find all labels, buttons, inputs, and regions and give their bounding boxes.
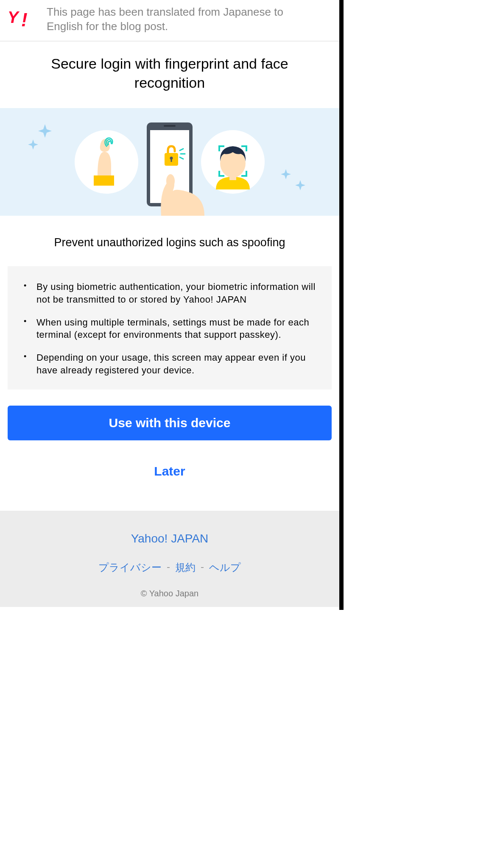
terms-link[interactable]: 規約 (175, 561, 196, 574)
header: Y ! This page has been translated from J… (0, 0, 339, 42)
fingerprint-illustration (75, 130, 138, 194)
info-item: Depending on your usage, this screen may… (20, 351, 319, 376)
face-illustration (201, 130, 265, 194)
info-item: By using biometric authentication, your … (20, 281, 319, 306)
privacy-link[interactable]: プライバシー (98, 561, 162, 574)
separator: - (201, 561, 204, 574)
info-box: By using biometric authentication, your … (8, 266, 332, 389)
svg-rect-5 (164, 125, 176, 127)
separator: - (167, 561, 170, 574)
page-title: Secure login with fingerprint and face r… (0, 42, 339, 108)
svg-text:!: ! (21, 9, 28, 26)
svg-point-9 (166, 174, 175, 188)
hero-banner (0, 108, 339, 216)
use-with-device-button[interactable]: Use with this device (8, 406, 332, 440)
yahoo-logo: Y ! (8, 8, 38, 28)
copyright: © Yahoo Japan (0, 589, 339, 598)
svg-rect-2 (94, 175, 114, 186)
sparkle-icon (276, 162, 314, 202)
info-item: When using multiple terminals, settings … (20, 316, 319, 341)
later-button[interactable]: Later (0, 440, 339, 502)
subtitle: Prevent unauthorized logins such as spoo… (0, 216, 339, 266)
footer-links: プライバシー - 規約 - ヘルプ (0, 561, 339, 574)
svg-text:Y: Y (8, 8, 20, 26)
phone-illustration (131, 108, 208, 216)
footer-brand-link[interactable]: Yahoo! JAPAN (0, 532, 339, 545)
svg-rect-8 (171, 158, 172, 162)
translation-note: This page has been translated from Japan… (47, 5, 284, 34)
sparkle-icon (20, 120, 59, 160)
footer: Yahoo! JAPAN プライバシー - 規約 - ヘルプ © Yahoo J… (0, 511, 339, 607)
help-link[interactable]: ヘルプ (209, 561, 241, 574)
